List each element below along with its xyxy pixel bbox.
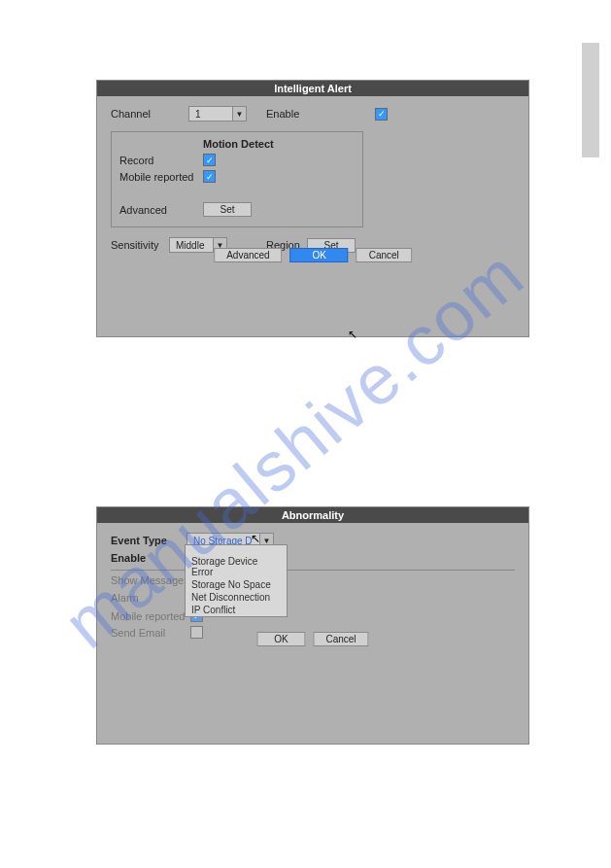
panel-title: Abnormality <box>97 507 528 523</box>
show-message-label: Show Message <box>111 574 187 586</box>
event-type-label: Event Type <box>111 535 187 546</box>
sensitivity-value: Middle <box>170 240 213 251</box>
panel-title: Intelligent Alert <box>97 81 528 96</box>
event-option[interactable]: Net Disconnection <box>186 591 287 604</box>
alarm-label: Alarm <box>111 592 187 604</box>
enable-label: Enable <box>111 552 187 564</box>
ok-button[interactable]: OK <box>290 248 349 262</box>
enable-label: Enable <box>266 108 315 120</box>
mobile-reported-label: Mobile reported <box>119 171 203 183</box>
channel-dropdown[interactable]: 1 ▼ <box>188 106 247 122</box>
scrollbar-thumb[interactable] <box>582 43 599 157</box>
advanced-set-button[interactable]: Set <box>203 202 252 217</box>
event-option[interactable]: Storage Device Error <box>186 555 287 578</box>
send-email-label: Send Email <box>111 627 190 639</box>
record-label: Record <box>119 155 203 166</box>
ok-button[interactable]: OK <box>256 632 305 646</box>
motion-detect-box: Motion Detect Record ✓ Mobile reported ✓… <box>111 131 363 227</box>
abnormality-panel: Abnormality Event Type No Storage D ▼ En… <box>96 506 529 745</box>
channel-value: 1 <box>189 109 232 120</box>
motion-detect-label: Motion Detect <box>203 138 274 150</box>
cancel-button[interactable]: Cancel <box>313 632 368 646</box>
sensitivity-label: Sensitivity <box>111 239 169 251</box>
mobile-reported-checkbox[interactable]: ✓ <box>203 170 216 183</box>
advanced-button[interactable]: Advanced <box>214 248 282 262</box>
event-type-options[interactable]: Storage Device Error Storage No Space Ne… <box>185 544 288 617</box>
send-email-checkbox[interactable] <box>190 626 203 639</box>
mobile-reported-label: Mobile reported <box>111 610 190 622</box>
advanced-label: Advanced <box>119 204 203 216</box>
cancel-button[interactable]: Cancel <box>356 248 412 262</box>
cursor-icon: ↖ <box>348 328 357 341</box>
event-option[interactable]: IP Conflict <box>186 604 287 616</box>
channel-label: Channel <box>111 108 188 120</box>
intelligent-alert-panel: Intelligent Alert Channel 1 ▼ Enable ✓ M… <box>96 80 529 337</box>
record-checkbox[interactable]: ✓ <box>203 154 216 166</box>
chevron-down-icon: ▼ <box>232 107 246 121</box>
event-option[interactable]: Storage No Space <box>186 578 287 591</box>
enable-checkbox[interactable]: ✓ <box>375 108 388 121</box>
